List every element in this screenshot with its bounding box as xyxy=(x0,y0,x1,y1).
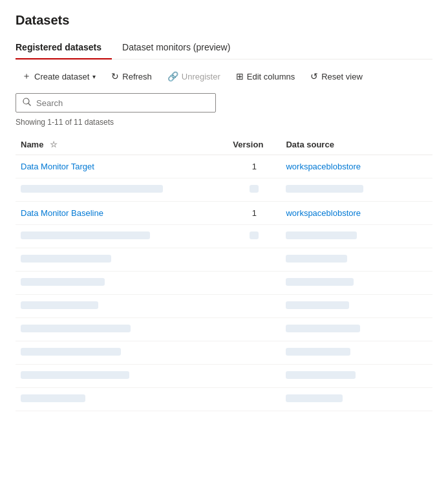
reset-view-label: Reset view xyxy=(321,72,363,81)
cell-name-blurred xyxy=(16,341,228,365)
dataset-link[interactable]: Data Monitor Target xyxy=(21,162,94,171)
cell-version-blurred xyxy=(228,295,281,318)
tab-dataset-monitors[interactable]: Dataset monitors (preview) xyxy=(122,37,240,59)
cell-name-blurred xyxy=(16,295,228,318)
toolbar: ＋ Create dataset ▾ ↻ Refresh 🔗 Unregiste… xyxy=(16,67,432,85)
cell-ds-blurred xyxy=(281,388,432,411)
cell-datasource: workspaceblobstore xyxy=(281,202,432,225)
search-box xyxy=(16,93,216,113)
table-row xyxy=(16,225,432,248)
cell-version-blurred xyxy=(228,225,281,248)
cell-ds-blurred xyxy=(281,248,432,272)
cell-ds-blurred xyxy=(281,272,432,295)
col-header-version: Version xyxy=(228,134,281,155)
edit-columns-label: Edit columns xyxy=(247,72,295,81)
cell-datasource: workspaceblobstore xyxy=(281,155,432,178)
showing-count: Showing 1-11 of 11 datasets xyxy=(16,118,432,127)
page-title: Datasets xyxy=(16,13,432,28)
edit-columns-button[interactable]: ⊞ Edit columns xyxy=(229,68,301,85)
table-row xyxy=(16,272,432,295)
reset-view-button[interactable]: ↺ Reset view xyxy=(304,68,369,85)
cell-ds-blurred xyxy=(281,178,432,202)
star-header-icon[interactable]: ☆ xyxy=(50,140,58,149)
table-row: Data Monitor Target 1 workspaceblobstore xyxy=(16,155,432,178)
table-row xyxy=(16,318,432,341)
cell-version-blurred xyxy=(228,341,281,365)
svg-line-1 xyxy=(28,103,31,106)
create-dataset-label: Create dataset xyxy=(34,72,89,81)
cell-ds-blurred xyxy=(281,225,432,248)
reset-icon: ↺ xyxy=(310,71,318,81)
table-row xyxy=(16,341,432,365)
cell-name: Data Monitor Baseline xyxy=(16,202,228,225)
columns-icon: ⊞ xyxy=(236,71,244,81)
cell-name-blurred xyxy=(16,272,228,295)
table-row xyxy=(16,388,432,411)
create-dataset-button[interactable]: ＋ Create dataset ▾ xyxy=(16,67,102,85)
svg-point-0 xyxy=(23,98,29,104)
cell-version-blurred xyxy=(228,272,281,295)
table-row xyxy=(16,365,432,388)
table-row xyxy=(16,248,432,272)
cell-version-blurred xyxy=(228,388,281,411)
tabs-bar: Registered datasets Dataset monitors (pr… xyxy=(16,37,432,59)
dataset-link[interactable]: Data Monitor Baseline xyxy=(21,208,103,218)
search-input[interactable] xyxy=(36,98,209,108)
cell-version: 1 xyxy=(228,155,281,178)
plus-icon: ＋ xyxy=(22,70,31,82)
table-row xyxy=(16,295,432,318)
cell-version: 1 xyxy=(228,202,281,225)
cell-name: Data Monitor Target xyxy=(16,155,228,178)
cell-version-blurred xyxy=(228,365,281,388)
col-header-datasource: Data source xyxy=(281,134,432,155)
unregister-button[interactable]: 🔗 Unregister xyxy=(161,68,227,85)
cell-name-blurred xyxy=(16,225,228,248)
cell-name-blurred xyxy=(16,318,228,341)
refresh-icon: ↻ xyxy=(111,71,119,81)
cell-ds-blurred xyxy=(281,341,432,365)
datasource-link[interactable]: workspaceblobstore xyxy=(286,208,361,218)
cell-version-blurred xyxy=(228,248,281,272)
tab-registered-datasets[interactable]: Registered datasets xyxy=(16,37,112,59)
cell-name-blurred xyxy=(16,178,228,202)
cell-ds-blurred xyxy=(281,295,432,318)
refresh-label: Refresh xyxy=(122,72,152,81)
cell-ds-blurred xyxy=(281,365,432,388)
cell-name-blurred xyxy=(16,365,228,388)
chevron-down-icon: ▾ xyxy=(92,73,96,80)
search-icon xyxy=(23,98,31,108)
cell-name-blurred xyxy=(16,248,228,272)
table-row: Data Monitor Baseline 1 workspaceblobsto… xyxy=(16,202,432,225)
col-header-name: Name ☆ xyxy=(16,134,228,155)
cell-version-blurred xyxy=(228,178,281,202)
unregister-icon: 🔗 xyxy=(167,71,178,81)
datasets-table: Name ☆ Version Data source Data Monitor … xyxy=(16,134,432,411)
datasource-link[interactable]: workspaceblobstore xyxy=(286,162,361,171)
table-row xyxy=(16,178,432,202)
cell-version-blurred xyxy=(228,318,281,341)
cell-ds-blurred xyxy=(281,318,432,341)
refresh-button[interactable]: ↻ Refresh xyxy=(105,68,158,85)
cell-name-blurred xyxy=(16,388,228,411)
unregister-label: Unregister xyxy=(182,72,220,81)
